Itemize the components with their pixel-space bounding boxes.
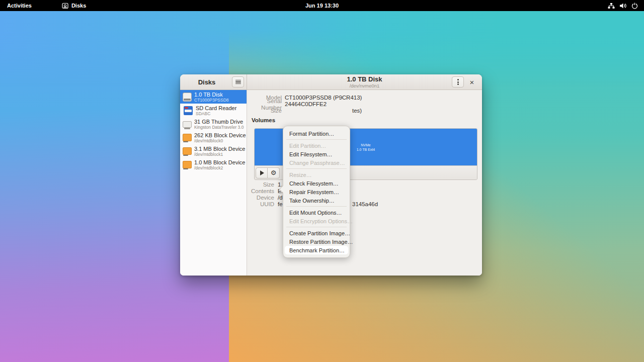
power-icon xyxy=(631,3,638,9)
disk-size-label: Size xyxy=(247,108,282,114)
close-button[interactable]: × xyxy=(466,76,478,88)
app-menu-label: Disks xyxy=(71,3,86,9)
uuid-value-fragment-end: 3145a46d xyxy=(352,201,378,208)
window-subtitle: /dev/nvme0n1 xyxy=(350,83,380,88)
menu-separator xyxy=(286,227,347,227)
app-menu-button[interactable]: Disks xyxy=(57,0,91,11)
menu-item-edit-mount-options[interactable]: Edit Mount Options… xyxy=(283,208,350,217)
clock[interactable]: Jun 19 13:30 xyxy=(305,0,339,11)
sidebar-item-title: 262 KB Block Device xyxy=(194,132,246,138)
menu-item-check-filesystem[interactable]: Check Filesystem… xyxy=(283,179,350,188)
serial-value: 24464C0DFFE2 xyxy=(285,101,327,108)
top-panel: Activities Disks Jun 19 13:30 xyxy=(0,0,644,11)
sidebar-item-title: 3.1 MB Block Device xyxy=(194,146,245,152)
window-body: 1.0 TB Disk CT1000P3PSSD8 SD Card Reader… xyxy=(180,90,482,276)
sidebar-item-subtitle: Kingston DataTraveler 3.0 xyxy=(194,125,244,130)
sidebar-item-title: 1.0 TB Disk xyxy=(194,92,229,98)
model-value: CT1000P3PSSD8 (P9CR413) xyxy=(285,95,362,101)
sidebar-item-thumb-drive[interactable]: 31 GB Thumb Drive Kingston DataTraveler … xyxy=(180,117,247,131)
window-titlebar[interactable]: 1.0 TB Disk /dev/nvme0n1 × xyxy=(247,74,482,89)
sidebar-item-nvme-disk[interactable]: 1.0 TB Disk CT1000P3PSSD8 xyxy=(180,90,247,104)
menu-separator xyxy=(286,139,347,140)
partition-name: NVMe xyxy=(361,143,370,147)
block-device-icon xyxy=(183,147,192,155)
headerbar: Disks 1.0 TB Disk /dev/nvme0n1 × xyxy=(180,74,482,90)
play-icon xyxy=(260,170,264,175)
disks-app-icon xyxy=(62,3,68,9)
volume-icon xyxy=(619,3,627,9)
window-title: 1.0 TB Disk xyxy=(347,76,382,83)
sidebar-item-title: SD Card Reader xyxy=(196,105,236,111)
sidebar-item-sd-card-reader[interactable]: SD Card Reader SDABC xyxy=(180,104,247,117)
disk-icon xyxy=(183,93,192,102)
sidebar-item-subtitle: /dev/mtdblock2 xyxy=(194,165,245,170)
device-label: Device xyxy=(247,195,274,201)
network-icon xyxy=(608,3,615,9)
sidebar-header: Disks xyxy=(180,74,247,89)
disks-window: Disks 1.0 TB Disk /dev/nvme0n1 × xyxy=(180,74,482,276)
kebab-icon xyxy=(457,78,459,85)
sidebar-item-mtdblock0[interactable]: 262 KB Block Device /dev/mtdblock0 xyxy=(180,131,247,144)
sidebar-item-title: 1.0 MB Block Device xyxy=(194,159,245,165)
menu-item-take-ownership[interactable]: Take Ownership… xyxy=(283,196,350,205)
menu-separator xyxy=(286,168,347,169)
block-device-icon xyxy=(183,161,192,168)
size-label: Size xyxy=(247,182,274,188)
mount-button[interactable] xyxy=(256,167,268,178)
sidebar-item-subtitle: /dev/mtdblock1 xyxy=(194,152,245,157)
sidebar-header-title: Disks xyxy=(198,78,216,86)
uuid-label: UUID xyxy=(247,201,274,208)
drive-info: Model CT1000P3PSSD8 (P9CR413) Serial Num… xyxy=(247,95,482,114)
menu-item-change-passphrase: Change Passphrase… xyxy=(283,158,350,167)
menu-item-resize: Resize… xyxy=(283,170,350,179)
menu-item-edit-partition: Edit Partition… xyxy=(283,141,350,150)
menu-item-create-partition-image[interactable]: Create Partition Image… xyxy=(283,229,350,237)
partition-options-menu: Format Partition… Edit Partition… Edit F… xyxy=(283,126,350,258)
hamburger-icon xyxy=(235,79,241,85)
partition-size-type: 1.0 TB Ext4 xyxy=(357,147,375,152)
system-tray[interactable] xyxy=(602,0,644,11)
menu-item-edit-filesystem[interactable]: Edit Filesystem… xyxy=(283,150,350,158)
block-device-icon xyxy=(183,134,192,141)
partition-options-button[interactable]: ⚙ xyxy=(268,167,280,178)
disk-size-value-fragment: tes) xyxy=(352,108,362,114)
contents-label: Contents xyxy=(247,188,274,195)
uuid-value-fragment: fe xyxy=(278,201,283,208)
device-value-fragment: /d xyxy=(278,195,283,201)
volumes-section-label: Volumes xyxy=(252,117,275,123)
sidebar-item-mtdblock2[interactable]: 1.0 MB Block Device /dev/mtdblock2 xyxy=(180,158,247,171)
menu-separator xyxy=(286,206,347,207)
thumb-drive-icon xyxy=(183,121,192,128)
menu-item-edit-encryption-options: Edit Encryption Options… xyxy=(283,217,350,225)
sidebar-item-title: 31 GB Thumb Drive xyxy=(194,119,244,125)
sidebar-item-subtitle: /dev/mtdblock0 xyxy=(194,138,246,143)
gear-icon: ⚙ xyxy=(271,169,277,176)
drive-options-button[interactable] xyxy=(452,76,464,87)
activities-button[interactable]: Activities xyxy=(0,0,39,11)
sidebar-item-subtitle: CT1000P3PSSD8 xyxy=(194,98,229,103)
menu-item-format-partition[interactable]: Format Partition… xyxy=(283,129,350,138)
device-sidebar: 1.0 TB Disk CT1000P3PSSD8 SD Card Reader… xyxy=(180,90,247,276)
sidebar-item-subtitle: SDABC xyxy=(196,111,236,116)
menu-item-restore-partition-image[interactable]: Restore Partition Image… xyxy=(283,237,350,246)
menu-item-repair-filesystem[interactable]: Repair Filesystem… xyxy=(283,188,350,196)
sidebar-item-mtdblock1[interactable]: 3.1 MB Block Device /dev/mtdblock1 xyxy=(180,144,247,158)
desktop: Activities Disks Jun 19 13:30 xyxy=(0,0,644,362)
menu-item-benchmark-partition[interactable]: Benchmark Partition… xyxy=(285,246,348,254)
sd-card-icon xyxy=(184,106,193,115)
hamburger-menu-button[interactable] xyxy=(232,76,244,87)
